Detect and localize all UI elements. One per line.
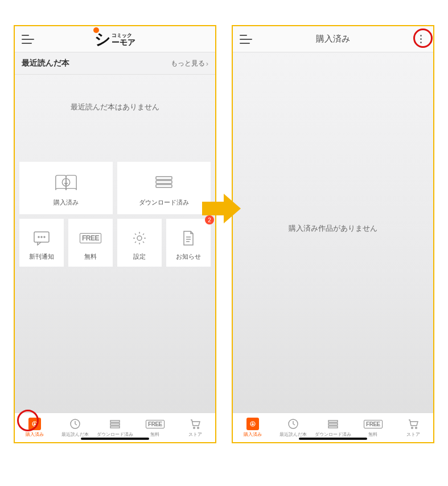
card-free[interactable]: FREE 無料: [68, 219, 113, 267]
svg-point-6: [41, 236, 42, 238]
tab-store[interactable]: ストア: [175, 413, 215, 442]
more-link[interactable]: もっと見る ›: [171, 59, 208, 68]
top-bar: 購入済み: [233, 26, 433, 52]
tab-label: 最近読んだ本: [61, 431, 89, 438]
svg-rect-23: [328, 426, 338, 428]
svg-rect-2: [156, 181, 172, 183]
home-cards-grid: 購入済み ダウンロード済み: [19, 162, 211, 267]
gear-icon: [127, 227, 152, 249]
home-indicator: [81, 438, 149, 440]
menu-list-icon[interactable]: [22, 35, 34, 44]
clock-icon: [69, 418, 81, 430]
section-title: 最近読んだ本: [22, 58, 69, 68]
stack-small-icon: [109, 418, 121, 430]
tab-store[interactable]: ストア: [393, 413, 433, 442]
book-icon: [28, 418, 41, 430]
svg-point-5: [38, 236, 39, 238]
svg-rect-1: [156, 177, 172, 179]
svg-point-8: [137, 236, 142, 240]
tab-label: ダウンロード済み: [315, 431, 351, 438]
svg-rect-15: [110, 423, 120, 425]
tab-label: ストア: [188, 431, 202, 438]
logo-sub-bottom: ーモア: [112, 38, 135, 46]
chevron-right-icon: ›: [206, 59, 208, 68]
card-new-notify[interactable]: 新刊通知: [19, 219, 64, 267]
svg-rect-14: [110, 420, 120, 422]
cart-icon: [407, 418, 420, 430]
more-link-label: もっと見る: [171, 59, 205, 68]
card-label: 設定: [133, 252, 146, 261]
home-indicator: [299, 438, 367, 440]
flow-arrow-icon: [202, 191, 242, 226]
svg-point-18: [198, 427, 199, 429]
screenshot-right: 購入済み 購入済み作品がありません 購入済み 最近読んだ本: [232, 25, 434, 443]
tab-purchased[interactable]: 購入済み: [233, 413, 273, 442]
card-label: 新刊通知: [29, 252, 54, 261]
free-chip-icon: FREE: [149, 418, 161, 430]
card-label: 購入済み: [54, 198, 79, 207]
tab-label: ダウンロード済み: [97, 431, 133, 438]
card-label: お知らせ: [176, 252, 201, 261]
document-icon: [176, 227, 201, 249]
tab-purchased[interactable]: 購入済み: [15, 413, 55, 442]
clock-icon: [287, 418, 299, 430]
kebab-menu-icon[interactable]: [415, 35, 426, 43]
card-settings[interactable]: 設定: [117, 219, 162, 267]
tab-label: 購入済み: [26, 431, 44, 438]
tab-label: 最近読んだ本: [280, 431, 307, 438]
card-label: ダウンロード済み: [139, 198, 189, 207]
book-download-icon: [54, 172, 79, 195]
tab-label: 無料: [150, 431, 159, 438]
svg-point-7: [44, 236, 45, 238]
svg-rect-3: [156, 185, 172, 187]
free-chip-icon: FREE: [367, 418, 379, 430]
app-logo: シ コミック ーモア: [94, 28, 135, 50]
menu-list-icon[interactable]: [240, 35, 252, 44]
top-bar: シ コミック ーモア: [15, 26, 215, 52]
tab-label: 無料: [368, 431, 377, 438]
free-badge-icon: FREE: [78, 227, 103, 249]
empty-purchased-message: 購入済み作品がありません: [233, 223, 433, 234]
stack-small-icon: [327, 418, 339, 430]
svg-point-24: [412, 427, 413, 429]
svg-rect-16: [110, 426, 120, 428]
speech-bubble-icon: [29, 227, 54, 249]
card-label: 無料: [84, 252, 97, 261]
svg-point-25: [416, 427, 417, 429]
empty-recent-message: 最近読んだ本はありません: [15, 102, 215, 112]
tab-label: ストア: [406, 431, 420, 438]
stack-icon: [151, 172, 176, 195]
svg-marker-26: [202, 194, 241, 223]
page-title: 購入済み: [316, 34, 350, 44]
tab-label: 購入済み: [244, 431, 262, 438]
svg-rect-22: [328, 423, 338, 425]
svg-rect-21: [328, 420, 338, 422]
svg-point-17: [194, 427, 195, 429]
card-purchased[interactable]: 購入済み: [19, 162, 113, 214]
card-downloaded[interactable]: ダウンロード済み: [117, 162, 211, 214]
card-notice[interactable]: 2 お知らせ: [166, 219, 211, 267]
cart-icon: [189, 418, 202, 430]
recent-section-header: 最近読んだ本 もっと見る ›: [15, 52, 215, 75]
screenshot-left: シ コミック ーモア 最近読んだ本 もっと見る › 最近読んだ本はありません: [14, 25, 216, 443]
book-icon: [246, 418, 259, 430]
